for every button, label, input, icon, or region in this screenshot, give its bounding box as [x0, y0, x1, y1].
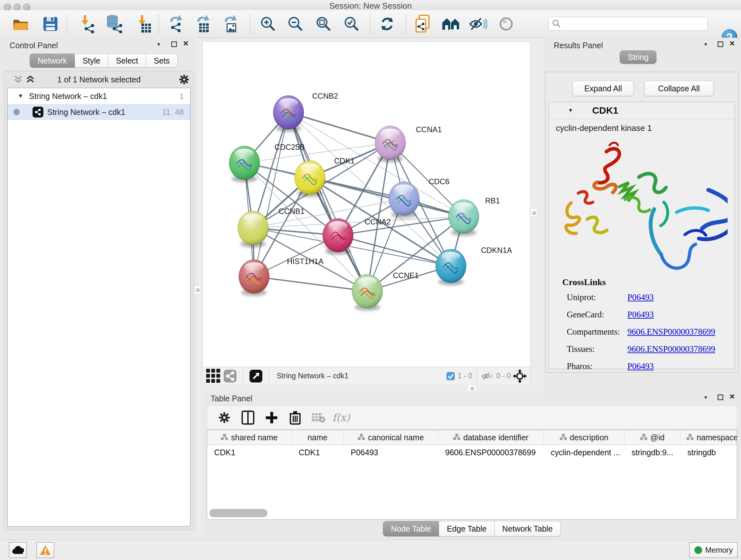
float-panel-icon[interactable] — [171, 41, 178, 48]
delete-column-icon[interactable] — [285, 408, 306, 428]
close-panel-icon[interactable]: × — [183, 40, 188, 47]
split-handle-right[interactable] — [530, 208, 537, 217]
edge-RB1-CCNA2[interactable] — [338, 216, 464, 235]
edge-HIST1H1A-CCNE1[interactable] — [254, 276, 367, 291]
tab-select[interactable]: Select — [108, 54, 146, 68]
gene-section-header[interactable]: ▼ CDK1 — [549, 102, 735, 119]
import-network-icon[interactable] — [76, 14, 95, 34]
home-icon[interactable] — [441, 14, 461, 34]
string-share-icon[interactable] — [222, 366, 239, 386]
network-row-selected[interactable]: String Network – cdk1 11 48 — [8, 104, 190, 120]
edge-CCNB2-HIST1H1A[interactable] — [254, 112, 288, 276]
birdseye-toggle-icon[interactable] — [511, 366, 529, 386]
expand-all-button[interactable]: Expand All — [572, 81, 634, 96]
split-handle-left[interactable] — [194, 286, 201, 294]
memory-button[interactable]: Memory — [689, 542, 738, 558]
network-canvas[interactable]: CCNB2CCNA1CDC25BCDK1CDC6RB1CCNB1CCNA2CDK… — [202, 42, 530, 385]
table-cell[interactable]: P06493 — [344, 445, 438, 460]
section-expander-icon[interactable]: ▼ — [568, 108, 573, 113]
column-header-canonical-name[interactable]: canonical name — [344, 430, 438, 445]
table-row[interactable]: CDK1CDK1P064939606.ENSP00000378699cyclin… — [207, 445, 737, 460]
column-header-label: name — [308, 433, 328, 442]
crosslink-link[interactable]: 9606.ENSP00000378699 — [627, 344, 715, 354]
node-CCNB1[interactable] — [238, 211, 268, 247]
tab-network-table[interactable]: Network Table — [494, 521, 561, 537]
hide-selected-icon[interactable] — [468, 14, 488, 34]
export-network-icon[interactable] — [166, 14, 186, 34]
panel-menu-icon[interactable]: ▼ — [703, 395, 708, 400]
close-panel-icon[interactable]: × — [730, 393, 735, 400]
node-CDKN1A[interactable] — [435, 249, 466, 286]
show-all-icon[interactable] — [496, 14, 516, 34]
table-cell[interactable]: cyclin-dependent ... — [544, 445, 624, 460]
table-header-row: shared namenamecanonical namedatabase id… — [207, 430, 737, 445]
network-graph[interactable]: CCNB2CCNA1CDC25BCDK1CDC6RB1CCNB1CCNA2CDK… — [203, 42, 530, 367]
column-header-database-identifier[interactable]: database identifier — [438, 430, 544, 445]
tab-sets[interactable]: Sets — [146, 54, 178, 68]
search-field[interactable] — [548, 17, 708, 30]
cloud-button[interactable] — [9, 542, 27, 558]
crosslink-link[interactable]: P06493 — [627, 293, 654, 302]
edge-CCNB2-CCNA1[interactable] — [288, 112, 390, 143]
tab-node-table[interactable]: Node Table — [383, 521, 439, 537]
scrollbar-thumb[interactable] — [209, 509, 267, 517]
column-header-namespace[interactable]: namespace — [680, 430, 737, 445]
node-CCNB2[interactable] — [273, 96, 304, 132]
table-cell[interactable]: CDK1 — [207, 445, 292, 460]
crosslink-link[interactable]: 9606.ENSP00000378699 — [627, 327, 715, 336]
node-CCNE1[interactable] — [352, 274, 383, 311]
split-handle-bottom[interactable] — [468, 385, 476, 392]
column-header-name[interactable]: name — [292, 430, 344, 445]
tab-string[interactable]: String — [620, 51, 657, 64]
node-CDC6[interactable] — [389, 182, 419, 218]
warning-button[interactable] — [37, 542, 54, 558]
panel-menu-icon[interactable]: ▼ — [703, 42, 708, 47]
panel-menu-icon[interactable]: ▼ — [156, 42, 161, 47]
main-toolbar: ? — [0, 10, 741, 38]
selected-checkbox-icon[interactable] — [446, 372, 455, 381]
gear-icon[interactable] — [179, 74, 190, 85]
zoom-fit-icon[interactable] — [314, 14, 333, 34]
zoom-in-icon[interactable] — [258, 14, 278, 34]
column-header-shared-name[interactable]: shared name — [207, 430, 292, 445]
zoom-selected-icon[interactable] — [342, 14, 361, 34]
node-RB1[interactable] — [448, 199, 479, 236]
zoom-out-icon[interactable] — [286, 14, 306, 34]
table-cell[interactable]: 9606.ENSP00000378699 — [438, 445, 544, 460]
collapse-all-button[interactable]: Collapse All — [644, 81, 714, 96]
import-network-database-icon[interactable] — [104, 14, 123, 34]
table-gear-icon[interactable] — [214, 408, 234, 428]
crosslink-link[interactable]: P06493 — [627, 361, 654, 371]
crosslink-link[interactable]: P06493 — [627, 310, 654, 319]
node-label-CCNB1: CCNB1 — [279, 207, 305, 215]
save-session-icon[interactable] — [41, 14, 60, 34]
node-HIST1H1A[interactable] — [239, 260, 269, 296]
float-panel-icon[interactable] — [718, 394, 724, 401]
float-panel-icon[interactable] — [718, 41, 724, 48]
tab-edge-table[interactable]: Edge Table — [439, 521, 495, 537]
search-input[interactable] — [563, 19, 708, 28]
open-session-icon[interactable] — [11, 14, 31, 34]
tree-expander-icon[interactable]: ▼ — [18, 93, 23, 99]
copy-style-icon[interactable] — [414, 14, 433, 34]
grid-view-icon[interactable] — [205, 366, 222, 386]
column-header-@id[interactable]: @id — [624, 430, 680, 445]
table-cell[interactable]: stringdb:9... — [624, 445, 680, 460]
import-table-icon[interactable] — [133, 14, 152, 34]
table-cell[interactable]: CDK1 — [292, 445, 344, 460]
column-header-description[interactable]: description — [544, 430, 624, 445]
node-table[interactable]: shared namenamecanonical namedatabase id… — [207, 430, 737, 520]
add-column-icon[interactable] — [261, 408, 282, 428]
close-panel-icon[interactable]: × — [730, 40, 735, 47]
detach-view-icon[interactable] — [248, 366, 264, 386]
tab-network[interactable]: Network — [30, 54, 75, 68]
node-CCNA1[interactable] — [375, 126, 406, 162]
refresh-icon[interactable] — [377, 14, 397, 34]
export-table-icon[interactable] — [194, 14, 213, 34]
tab-style[interactable]: Style — [75, 54, 109, 68]
table-cell[interactable]: stringdb — [680, 445, 737, 460]
select-columns-icon[interactable] — [238, 408, 258, 428]
network-collection-row[interactable]: ▼ String Network – cdk1 1 — [8, 88, 190, 104]
node-CDC25B[interactable] — [229, 146, 260, 182]
export-image-icon[interactable] — [221, 14, 241, 34]
